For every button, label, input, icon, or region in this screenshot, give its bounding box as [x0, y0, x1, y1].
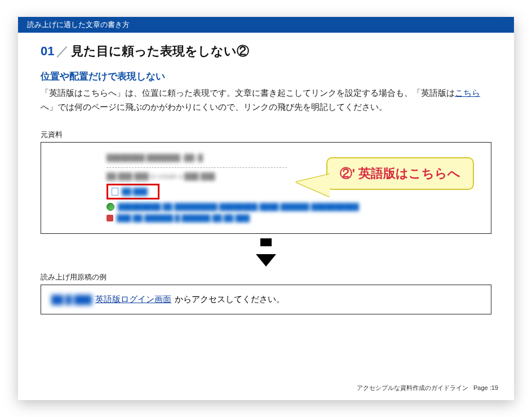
- example-line: ██ █ ███ 英語版ログイン画面からアクセスしてください。: [51, 294, 481, 305]
- blurred-text: ████████ ███████ (██) █: [107, 154, 203, 162]
- page-icon: [112, 188, 118, 196]
- section-heading: 位置や配置だけで表現しない: [41, 70, 491, 83]
- body-text-post: へ」では何のページに飛ぶのかがわかりにくいので、リンクの飛び先を明記してください…: [41, 103, 387, 112]
- section-body: 「英語版はこちらへ」は、位置に頼った表現です。文章に書き起こしてリンクを設定する…: [41, 86, 491, 114]
- footer-label: アクセシブルな資料作成のガイドライン: [357, 384, 468, 391]
- globe-icon: [107, 203, 114, 211]
- source-panel: ████████ ███████ (██) █ ██ ███ ███ to cr…: [41, 142, 491, 234]
- section-category-label: 読み上げに適した文章の書き方: [27, 20, 130, 30]
- example-caption: 読み上げ用原稿の例: [41, 272, 491, 282]
- example-tail: からアクセスしてください。: [175, 294, 285, 305]
- callout-tail-icon: [296, 174, 330, 197]
- pdf-icon: [107, 215, 113, 221]
- title-text: 見た目に頼った表現をしない②: [71, 43, 249, 60]
- content-area: 01 ／ 見た目に頼った表現をしない② 位置や配置だけで表現しない 「英語版はこ…: [18, 33, 514, 314]
- title-slash: ／: [56, 43, 69, 60]
- example-link[interactable]: 英語版ログイン画面: [95, 294, 171, 305]
- callout-text: ②' 英語版はこちらへ: [340, 166, 460, 180]
- blurred-link: ██ ███: [122, 188, 148, 196]
- title-number: 01: [41, 44, 54, 59]
- footer-page-number: 19: [491, 384, 498, 391]
- section-category-bar: 読み上げに適した文章の書き方: [18, 17, 514, 33]
- source-caption: 元資料: [41, 130, 491, 140]
- page-footer: アクセシブルな資料作成のガイドライン Page :19: [357, 384, 498, 392]
- blurred-link: ███ ██ ██████ █ ██████ ██ ██ ███: [117, 214, 250, 222]
- inline-example-link[interactable]: こちら: [455, 88, 480, 97]
- blurred-link: █████████ ██ █████████ ████████ ████ ███…: [118, 203, 359, 211]
- footer-page-prefix: Page :: [473, 384, 491, 391]
- blurred-text: ██ ███ ███ to create a ███ ███: [107, 172, 215, 180]
- body-text-pre: 「英語版はこちらへ」は、位置に頼った表現です。文章に書き起こしてリンクを設定する…: [41, 88, 455, 97]
- speech-callout: ②' 英語版はこちらへ: [326, 157, 474, 190]
- document-page: 読み上げに適した文章の書き方 01 ／ 見た目に頼った表現をしない② 位置や配置…: [18, 17, 514, 400]
- example-panel: ██ █ ███ 英語版ログイン画面からアクセスしてください。: [41, 285, 491, 314]
- divider: [107, 167, 287, 168]
- blurred-prefix: ██ █ ███: [51, 295, 92, 304]
- arrow-down-icon: [256, 254, 276, 267]
- arrow-down-icon: [260, 238, 272, 246]
- page-title: 01 ／ 見た目に頼った表現をしない②: [41, 43, 491, 60]
- highlighted-link-box: ██ ███: [107, 184, 159, 199]
